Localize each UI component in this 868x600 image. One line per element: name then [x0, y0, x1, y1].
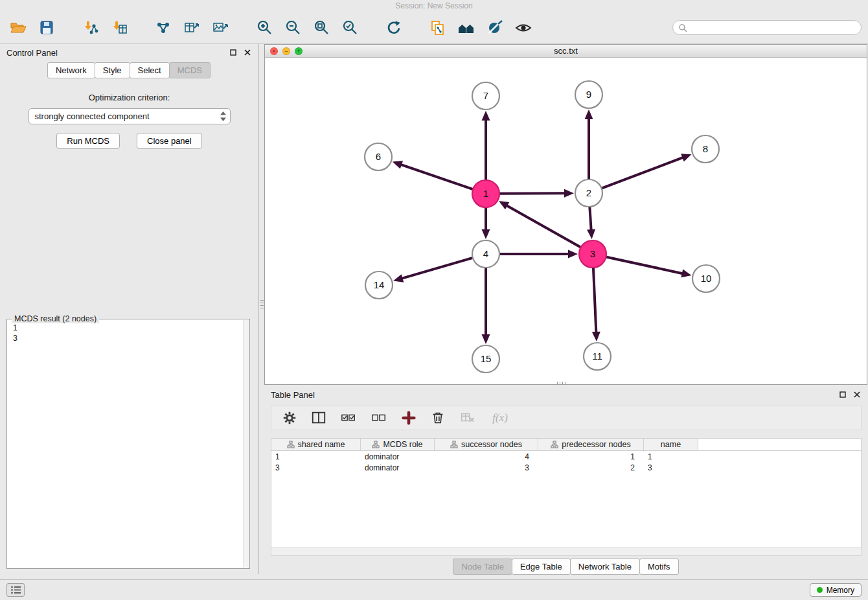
column-tree-icon [551, 441, 558, 448]
float-window-icon [230, 49, 236, 56]
float-window-icon [839, 391, 846, 398]
optimization-criterion-select[interactable]: strongly connected component [29, 108, 231, 124]
create-column-button[interactable] [400, 409, 418, 427]
delete-column-button[interactable] [429, 409, 447, 427]
tab-network-table[interactable]: Network Table [570, 559, 640, 575]
network-window-titlebar: × – + scc.txt [265, 45, 867, 58]
cell-predecessor-nodes[interactable]: 1 [538, 452, 644, 461]
zoom-in-icon [256, 19, 273, 36]
control-panel-title: Control Panel [6, 48, 58, 58]
column-header-name[interactable]: name [644, 439, 698, 450]
zoom-fit-button[interactable] [310, 16, 333, 40]
table-horizontal-scrollbar[interactable] [271, 548, 862, 556]
control-panel-tabs: Network Style Select MCDS [0, 62, 258, 78]
select-all-columns-button[interactable] [339, 409, 358, 427]
refresh-icon [385, 19, 402, 36]
home-views-button[interactable] [455, 16, 478, 40]
result-scrollbar[interactable] [243, 320, 249, 568]
table-panel-header: Table Panel [264, 386, 868, 403]
copy-network-view-button[interactable] [426, 16, 450, 40]
export-image-button[interactable] [209, 16, 232, 40]
export-table-button[interactable] [180, 16, 203, 40]
tab-node-table[interactable]: Node Table [453, 559, 512, 575]
zoom-in-button[interactable] [253, 16, 276, 40]
show-graphics-details-button[interactable] [512, 16, 535, 40]
cell-mcds-role[interactable]: dominator [361, 452, 435, 461]
svg-text:11: 11 [592, 351, 602, 362]
eye-icon [514, 19, 532, 36]
table-row[interactable]: 3 dominator 3 2 3 [271, 462, 861, 473]
cell-shared-name[interactable]: 1 [271, 452, 361, 461]
control-panel-float-button[interactable] [229, 48, 238, 57]
cell-shared-name[interactable]: 3 [271, 463, 361, 472]
cell-successor-nodes[interactable]: 4 [435, 452, 538, 461]
memory-button[interactable]: Memory [810, 583, 862, 597]
horizontal-splitter-handle[interactable] [557, 382, 565, 385]
column-tree-icon [287, 441, 295, 448]
window-minimize-button[interactable]: – [282, 47, 290, 55]
window-close-button[interactable]: × [270, 47, 278, 55]
import-table-button[interactable] [108, 16, 131, 40]
network-canvas[interactable]: 7968124314101511 [265, 58, 867, 384]
cell-successor-nodes[interactable]: 3 [435, 463, 538, 472]
checked-boxes-icon [340, 410, 357, 426]
cell-name[interactable]: 1 [644, 452, 698, 461]
unselect-all-columns-button[interactable] [369, 409, 389, 427]
optimization-criterion-label: Optimization criterion: [0, 93, 258, 102]
column-header-successor-nodes[interactable]: successor nodes [435, 439, 538, 450]
close-panel-button[interactable]: Close panel [137, 133, 202, 149]
copy-network-icon [429, 19, 446, 36]
column-header-mcds-role[interactable]: MCDS role [361, 439, 435, 450]
table-panel-float-button[interactable] [838, 390, 847, 399]
column-header-shared-name[interactable]: shared name [271, 439, 361, 450]
table-panel: Table Panel f(x) [264, 386, 868, 574]
vizmapper-button[interactable] [483, 16, 507, 40]
table-row[interactable]: 1 dominator 4 1 1 [271, 451, 861, 462]
mcds-result-list: 1 3 [7, 319, 249, 568]
function-builder-button: f(x) [488, 409, 512, 427]
control-panel-close-button[interactable] [243, 48, 252, 57]
node-table: shared name MCDS role successor nodes pr… [271, 438, 862, 548]
open-folder-icon [10, 19, 27, 36]
cell-name[interactable]: 3 [644, 463, 698, 472]
export-network-button[interactable] [152, 16, 175, 40]
import-network-button[interactable] [79, 16, 102, 40]
save-session-button[interactable] [35, 16, 58, 40]
tab-edge-table[interactable]: Edge Table [512, 559, 571, 575]
svg-text:15: 15 [481, 353, 492, 364]
cell-mcds-role[interactable]: dominator [361, 463, 435, 472]
tab-style[interactable]: Style [95, 62, 130, 78]
svg-text:2: 2 [586, 187, 591, 198]
cell-predecessor-nodes[interactable]: 2 [538, 463, 644, 472]
table-settings-button[interactable] [280, 409, 299, 427]
columns-icon [311, 410, 326, 426]
mcds-result-line: 1 [13, 323, 244, 333]
memory-status-dot [817, 587, 823, 593]
import-table-icon [111, 19, 128, 36]
memory-label: Memory [827, 586, 854, 595]
tab-motifs[interactable]: Motifs [639, 559, 679, 575]
network-graph[interactable]: 7968124314101511 [265, 58, 867, 384]
refresh-button[interactable] [382, 16, 405, 40]
import-network-icon [82, 19, 99, 36]
close-icon [244, 49, 251, 56]
tab-select[interactable]: Select [130, 62, 170, 78]
svg-text:8: 8 [703, 143, 708, 154]
tab-network[interactable]: Network [47, 62, 95, 78]
fx-icon: f(x) [492, 411, 508, 424]
show-columns-button[interactable] [310, 409, 328, 427]
tab-mcds[interactable]: MCDS [169, 62, 211, 78]
open-file-button[interactable] [6, 16, 30, 40]
plus-icon [401, 410, 417, 426]
save-floppy-icon [38, 19, 55, 36]
panel-chooser-button[interactable] [6, 583, 25, 597]
column-header-predecessor-nodes[interactable]: predecessor nodes [538, 439, 644, 450]
table-panel-close-button[interactable] [852, 390, 862, 399]
vertical-splitter-handle[interactable] [260, 300, 264, 308]
close-icon [854, 391, 860, 398]
window-zoom-button[interactable]: + [295, 47, 303, 55]
zoom-out-button[interactable] [281, 16, 304, 40]
search-input[interactable] [691, 23, 856, 32]
run-mcds-button[interactable]: Run MCDS [56, 133, 120, 149]
zoom-selected-button[interactable] [338, 16, 361, 40]
